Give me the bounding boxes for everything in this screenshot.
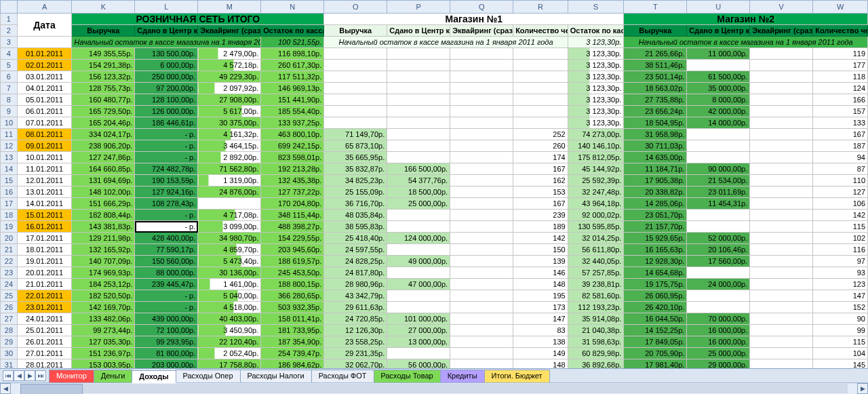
cell[interactable]: - р. bbox=[135, 140, 198, 152]
cell[interactable]: 43 964,18р. bbox=[568, 198, 624, 210]
cell[interactable]: 175 812,05р. bbox=[568, 152, 624, 163]
cell[interactable]: 20 106,46р. bbox=[687, 244, 750, 256]
cell[interactable]: 31 958,98р. bbox=[624, 129, 687, 140]
cell[interactable]: 254 739,47р. bbox=[261, 348, 324, 359]
row-number[interactable]: 22 bbox=[1, 256, 18, 267]
cell[interactable] bbox=[387, 302, 450, 313]
cell[interactable]: 3 123,30р. bbox=[568, 71, 624, 83]
cell[interactable]: 184 253,12р. bbox=[72, 279, 135, 290]
cell[interactable]: 18 500,00р. bbox=[387, 186, 450, 198]
cell[interactable]: 131 694,69р. bbox=[72, 175, 135, 186]
cell[interactable] bbox=[450, 267, 513, 279]
cell[interactable]: 127 bbox=[813, 186, 868, 198]
cell[interactable]: 87 bbox=[813, 163, 868, 175]
cell[interactable] bbox=[687, 152, 750, 163]
row-number[interactable]: 6 bbox=[1, 71, 18, 83]
cell[interactable] bbox=[450, 244, 513, 256]
cell[interactable]: 97 bbox=[813, 256, 868, 267]
cell[interactable]: 24 000,00р. bbox=[687, 279, 750, 290]
cell[interactable]: 203 945,60р. bbox=[261, 244, 324, 256]
row-number[interactable]: 16 bbox=[1, 186, 18, 198]
cell[interactable]: 39 238,81р. bbox=[568, 279, 624, 290]
row-number[interactable]: 12 bbox=[1, 140, 18, 152]
cell[interactable]: 1 319,00р. bbox=[198, 175, 261, 186]
cell[interactable]: 99 bbox=[813, 325, 868, 336]
cell[interactable]: 115 bbox=[813, 221, 868, 233]
cell[interactable]: 164 660,85р. bbox=[72, 163, 135, 175]
cell[interactable]: 23 501,14р. bbox=[624, 71, 687, 83]
cell[interactable]: 94 bbox=[813, 152, 868, 163]
cell[interactable]: 2 892,00р. bbox=[198, 152, 261, 163]
sheet-tab[interactable]: Расходы ФОТ bbox=[311, 370, 374, 382]
cell[interactable] bbox=[450, 302, 513, 313]
cell[interactable] bbox=[324, 106, 387, 117]
cell[interactable]: 139 bbox=[513, 256, 568, 267]
cell[interactable] bbox=[450, 348, 513, 359]
table-row[interactable]: 1310.01.2011127 247,86р.- р.2 892,00р.82… bbox=[1, 152, 868, 163]
cell[interactable]: 165 204,46р. bbox=[72, 117, 135, 129]
cell[interactable]: 16 000,00р. bbox=[687, 336, 750, 348]
table-row[interactable]: 2118.01.2011132 165,92р.77 590,17р.4 859… bbox=[1, 244, 868, 256]
cell[interactable]: 153 bbox=[513, 186, 568, 198]
cell[interactable] bbox=[450, 106, 513, 117]
cell[interactable]: 45 144,92р. bbox=[568, 163, 624, 175]
cell[interactable] bbox=[750, 336, 813, 348]
cell[interactable]: 21 157,70р. bbox=[624, 221, 687, 233]
cell[interactable]: 162 bbox=[513, 175, 568, 186]
col-V[interactable]: V bbox=[750, 1, 813, 14]
cell[interactable]: 143 381,83р. bbox=[72, 221, 135, 233]
table-row[interactable]: 704.01.2011128 755,73р.97 200,00р.2 097,… bbox=[1, 83, 868, 94]
tab-nav-next[interactable]: ▶ bbox=[24, 370, 35, 381]
cell[interactable] bbox=[513, 94, 568, 106]
cell[interactable] bbox=[750, 313, 813, 325]
cell[interactable]: 35 665,95р. bbox=[324, 152, 387, 163]
cell[interactable]: 3 123,30р. bbox=[568, 83, 624, 94]
cell[interactable]: 56 611,80р. bbox=[568, 244, 624, 256]
cell[interactable]: 142 bbox=[813, 210, 868, 221]
cell[interactable]: 12 928,30р. bbox=[624, 256, 687, 267]
select-all-corner[interactable] bbox=[1, 1, 18, 14]
cell[interactable]: 186 984,62р. bbox=[261, 359, 324, 369]
cell[interactable]: 127 247,86р. bbox=[72, 152, 135, 163]
cell[interactable]: 32 440,05р. bbox=[568, 256, 624, 267]
cell[interactable]: 115 bbox=[813, 336, 868, 348]
cell[interactable] bbox=[750, 83, 813, 94]
row-number[interactable]: 23 bbox=[1, 267, 18, 279]
cell[interactable] bbox=[750, 94, 813, 106]
cell[interactable] bbox=[750, 325, 813, 336]
cell[interactable]: 25 000,00р. bbox=[687, 348, 750, 359]
cell[interactable]: 3 123,30р. bbox=[568, 60, 624, 71]
cell[interactable] bbox=[387, 244, 450, 256]
row-number[interactable]: 19 bbox=[1, 221, 18, 233]
row-number[interactable]: 27 bbox=[1, 313, 18, 325]
cell[interactable]: 123 bbox=[813, 279, 868, 290]
cell[interactable]: 187 354,90р. bbox=[261, 336, 324, 348]
cell[interactable]: 90 000,00р. bbox=[687, 163, 750, 175]
row-number[interactable]: 8 bbox=[1, 94, 18, 106]
cell[interactable]: 5 617,00р. bbox=[198, 106, 261, 117]
cell[interactable]: 110 bbox=[813, 175, 868, 186]
cell[interactable] bbox=[450, 140, 513, 152]
cell[interactable]: 167 bbox=[813, 129, 868, 140]
row-number[interactable]: 17 bbox=[1, 198, 18, 210]
hscroll-left[interactable]: ◀ bbox=[0, 383, 11, 394]
cell[interactable]: 3 099,00р. bbox=[198, 221, 261, 233]
cell[interactable]: 104 bbox=[813, 348, 868, 359]
cell[interactable] bbox=[450, 313, 513, 325]
cell[interactable]: 724 482,78р. bbox=[135, 163, 198, 175]
table-row[interactable]: 1916.01.2011143 381,83р.- р.3 099,00р.48… bbox=[1, 221, 868, 233]
cell[interactable] bbox=[750, 221, 813, 233]
cell[interactable] bbox=[450, 163, 513, 175]
cell[interactable]: 334 024,17р. bbox=[72, 129, 135, 140]
cell[interactable] bbox=[513, 106, 568, 117]
cell[interactable]: 54 377,76р. bbox=[387, 175, 450, 186]
cell[interactable] bbox=[387, 83, 450, 94]
table-row[interactable]: 1007.01.2011165 204,46р.186 446,61р.30 3… bbox=[1, 117, 868, 129]
cell[interactable]: 823 598,01р. bbox=[261, 152, 324, 163]
cell[interactable]: 128 755,73р. bbox=[72, 83, 135, 94]
cell[interactable]: 428 400,00р. bbox=[135, 233, 198, 244]
cell[interactable]: 3 123,30р. bbox=[568, 117, 624, 129]
table-row[interactable]: 1815.01.2011182 808,44р.- р.4 717,08р.34… bbox=[1, 210, 868, 221]
table-row[interactable]: 2421.01.2011184 253,12р.239 445,47р.1 46… bbox=[1, 279, 868, 290]
table-row[interactable]: 906.01.2011165 729,50р.126 000,00р.5 617… bbox=[1, 106, 868, 117]
